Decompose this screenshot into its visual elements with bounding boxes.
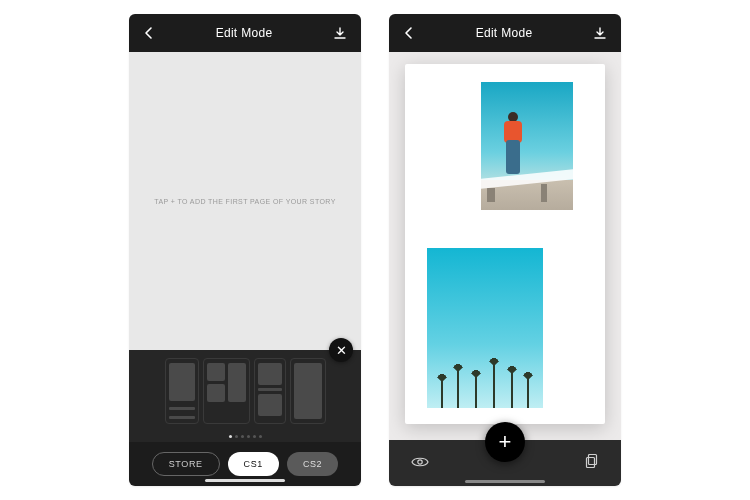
page-title: Edit Mode xyxy=(476,26,533,40)
tab-cs1[interactable]: CS1 xyxy=(228,452,279,476)
svg-point-0 xyxy=(418,460,422,464)
template-option[interactable] xyxy=(165,358,199,424)
template-thumb xyxy=(207,384,225,402)
add-page-button[interactable]: + xyxy=(485,422,525,462)
home-indicator xyxy=(205,479,285,482)
story-page[interactable] xyxy=(405,64,605,424)
home-indicator xyxy=(465,480,545,483)
back-icon[interactable] xyxy=(143,26,155,40)
phone-left: Edit Mode TAP + TO ADD THE FIRST PAGE OF… xyxy=(129,14,361,486)
template-thumb xyxy=(169,363,195,401)
template-option[interactable] xyxy=(290,358,326,424)
phone-right: Edit Mode xyxy=(389,14,621,486)
template-thumb xyxy=(258,388,282,391)
store-button[interactable]: STORE xyxy=(152,452,220,476)
tab-cs2[interactable]: CS2 xyxy=(287,452,338,476)
template-strip: ✕ xyxy=(129,350,361,442)
template-thumb xyxy=(294,363,322,419)
svg-rect-1 xyxy=(589,455,597,465)
template-thumb xyxy=(258,394,282,416)
preview-icon[interactable] xyxy=(411,454,429,472)
story-canvas[interactable] xyxy=(389,52,621,440)
page-title: Edit Mode xyxy=(216,26,273,40)
photo-slot-bottom[interactable] xyxy=(427,248,543,408)
template-option[interactable] xyxy=(254,358,286,424)
template-thumb xyxy=(258,363,282,385)
duplicate-icon[interactable] xyxy=(585,453,599,473)
photo-slot-top[interactable] xyxy=(481,82,573,210)
close-icon: ✕ xyxy=(336,344,347,357)
empty-canvas[interactable]: TAP + TO ADD THE FIRST PAGE OF YOUR STOR… xyxy=(129,52,361,350)
back-icon[interactable] xyxy=(403,26,415,40)
download-icon[interactable] xyxy=(333,26,347,40)
page-dots xyxy=(129,435,361,438)
top-bar: Edit Mode xyxy=(129,14,361,52)
download-icon[interactable] xyxy=(593,26,607,40)
template-option[interactable] xyxy=(203,358,250,424)
decoration xyxy=(499,112,527,176)
plus-icon: + xyxy=(499,431,512,453)
svg-rect-2 xyxy=(587,458,595,468)
template-thumb xyxy=(228,363,246,402)
template-thumb xyxy=(169,416,195,419)
top-bar: Edit Mode xyxy=(389,14,621,52)
bottom-toolbar: + xyxy=(389,440,621,486)
empty-hint: TAP + TO ADD THE FIRST PAGE OF YOUR STOR… xyxy=(154,198,335,205)
template-thumb xyxy=(169,407,195,410)
close-templates-button[interactable]: ✕ xyxy=(329,338,353,362)
template-thumb xyxy=(207,363,225,381)
